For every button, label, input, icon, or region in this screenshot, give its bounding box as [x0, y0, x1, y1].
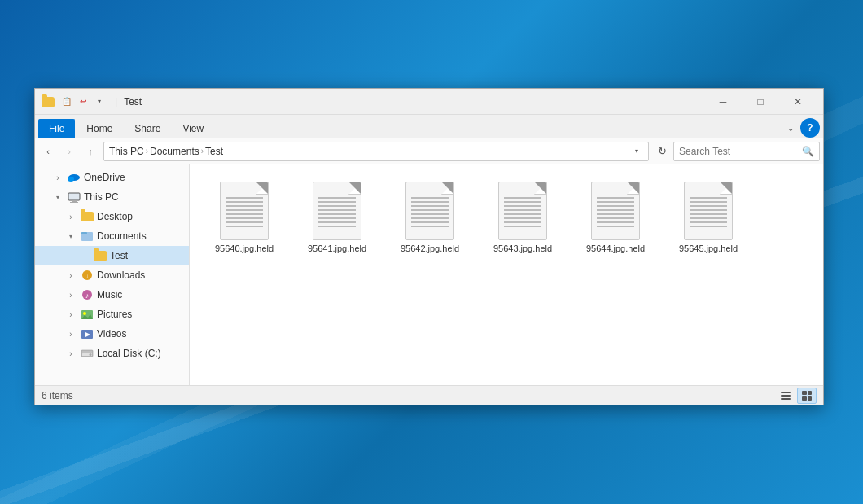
file-item-0[interactable]: 95640.jpg.held: [199, 174, 289, 261]
tiles-view-icon: [802, 391, 812, 401]
tab-file[interactable]: File: [38, 119, 75, 138]
file-name-0: 95640.jpg.held: [215, 243, 274, 253]
quick-properties-btn[interactable]: 📋: [59, 94, 74, 109]
address-bar[interactable]: This PC › Documents › Test ▾: [103, 142, 649, 161]
tab-home[interactable]: Home: [76, 119, 123, 138]
list-view-btn[interactable]: [776, 388, 795, 404]
pictures-label: Pictures: [97, 309, 132, 320]
refresh-button[interactable]: ↻: [652, 142, 672, 161]
expand-documents: ▾: [64, 230, 77, 243]
sep-1: ›: [146, 147, 148, 156]
file-icon-2: [405, 182, 454, 240]
status-bar: 6 items: [35, 385, 823, 405]
file-item-1[interactable]: 95641.jpg.held: [292, 174, 382, 261]
back-button[interactable]: ‹: [38, 142, 58, 161]
expand-music: [64, 288, 77, 301]
view-controls: [776, 388, 817, 404]
sep-2: ›: [201, 147, 204, 156]
this-pc-label: This PC: [84, 191, 119, 203]
file-item-3[interactable]: 95643.jpg.held: [478, 174, 567, 261]
main-area: OneDrive ▾ This PC Desktop ▾: [35, 164, 823, 385]
expand-videos: [64, 327, 77, 340]
sidebar-item-test[interactable]: Test: [35, 246, 189, 265]
quick-undo-btn[interactable]: ↩: [76, 94, 90, 109]
breadcrumb-test[interactable]: Test: [205, 146, 223, 157]
file-item-4[interactable]: 95644.jpg.held: [571, 174, 660, 261]
navigation-toolbar: ‹ › ↑ This PC › Documents › Test ▾ ↻ 🔍: [35, 138, 823, 164]
breadcrumb-documents[interactable]: Documents: [150, 146, 199, 157]
help-btn[interactable]: ?: [800, 118, 820, 138]
expand-downloads: [64, 269, 77, 282]
breadcrumb-this-pc[interactable]: This PC: [109, 146, 144, 157]
downloads-label: Downloads: [97, 270, 145, 281]
sidebar-item-music[interactable]: ♪ Music: [35, 285, 189, 305]
item-count: 6 items: [42, 390, 73, 401]
onedrive-label: OneDrive: [84, 172, 125, 183]
sidebar-item-onedrive[interactable]: OneDrive: [35, 168, 189, 187]
sidebar-item-downloads[interactable]: ↓ Downloads: [35, 265, 189, 285]
quick-dropdown-btn[interactable]: ▾: [92, 94, 107, 109]
search-box[interactable]: 🔍: [673, 142, 820, 161]
window-title: Test: [124, 96, 704, 107]
window-icon: [42, 95, 55, 108]
sidebar-item-local-disk[interactable]: Local Disk (C:): [35, 344, 189, 363]
content-area: 95640.jpg.held 95641.jpg.held 95642.jpg.…: [190, 164, 823, 385]
forward-button[interactable]: ›: [59, 142, 79, 161]
file-icon-3: [498, 182, 547, 240]
sidebar-item-desktop[interactable]: Desktop: [35, 207, 189, 226]
expand-local-disk: [64, 347, 77, 360]
expand-test: [77, 249, 90, 262]
sidebar-item-documents[interactable]: ▾ Documents: [35, 226, 189, 246]
title-bar: 📋 ↩ ▾ | Test ─ □ ✕: [35, 89, 823, 115]
ribbon-expand-btn[interactable]: ⌄: [781, 118, 800, 138]
local-disk-label: Local Disk (C:): [97, 348, 161, 359]
explorer-window: 📋 ↩ ▾ | Test ─ □ ✕ File Home Share View …: [34, 88, 824, 405]
tiles-view-btn[interactable]: [797, 388, 817, 404]
svg-rect-3: [72, 200, 77, 202]
sidebar-item-pictures[interactable]: Pictures: [35, 305, 189, 324]
search-input[interactable]: [679, 146, 802, 157]
music-icon: ♪: [81, 288, 94, 301]
file-icon-0: [220, 182, 269, 240]
file-icon-4: [591, 182, 640, 240]
expand-onedrive: [51, 171, 64, 184]
svg-text:↓: ↓: [85, 273, 89, 280]
file-name-3: 95643.jpg.held: [493, 243, 552, 253]
up-button[interactable]: ↑: [81, 142, 100, 161]
close-button[interactable]: ✕: [779, 89, 817, 115]
tab-share[interactable]: Share: [124, 119, 171, 138]
maximize-button[interactable]: □: [742, 89, 779, 115]
sidebar-item-videos[interactable]: Videos: [35, 324, 189, 344]
documents-icon: [81, 230, 94, 243]
search-icon[interactable]: 🔍: [802, 146, 814, 157]
local-disk-icon: [81, 347, 94, 360]
svg-rect-2: [68, 193, 80, 200]
sidebar: OneDrive ▾ This PC Desktop ▾: [35, 164, 190, 385]
ribbon: File Home Share View ⌄ ?: [35, 115, 823, 138]
expand-pictures: [64, 308, 77, 321]
documents-label: Documents: [97, 230, 147, 242]
file-icon-1: [313, 182, 361, 240]
svg-point-12: [83, 312, 86, 315]
sidebar-item-this-pc[interactable]: ▾ This PC: [35, 187, 189, 207]
list-view-icon: [781, 392, 791, 400]
address-dropdown-btn[interactable]: ▾: [630, 143, 643, 160]
file-item-5[interactable]: 95645.jpg.held: [664, 174, 753, 261]
this-pc-icon: [68, 191, 81, 204]
window-controls: ─ □ ✕: [704, 89, 817, 115]
file-item-2[interactable]: 95642.jpg.held: [385, 174, 475, 261]
quick-access-toolbar: 📋 ↩ ▾: [59, 94, 107, 109]
file-name-4: 95644.jpg.held: [586, 243, 645, 253]
music-label: Music: [97, 289, 122, 300]
svg-point-17: [90, 353, 92, 356]
expand-this-pc: ▾: [51, 191, 64, 204]
downloads-icon: ↓: [81, 269, 94, 282]
videos-icon: [81, 327, 94, 340]
svg-rect-6: [81, 232, 87, 234]
ribbon-tabs: File Home Share View ⌄ ?: [35, 115, 823, 138]
expand-desktop: [64, 210, 77, 223]
minimize-button[interactable]: ─: [704, 89, 742, 115]
file-name-5: 95645.jpg.held: [679, 243, 738, 253]
tab-view[interactable]: View: [172, 119, 214, 138]
svg-point-1: [68, 177, 74, 182]
